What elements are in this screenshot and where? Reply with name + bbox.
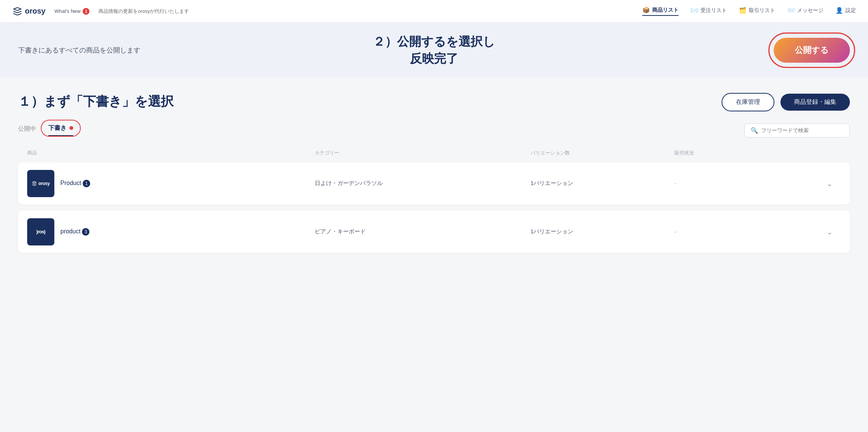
banner-line2: 反映完了 bbox=[410, 52, 458, 65]
product-status-2: - bbox=[674, 228, 818, 235]
thumbnail-logo-2: )ros) bbox=[36, 229, 45, 235]
nav-label-messages: メッセージ bbox=[797, 7, 823, 14]
page-title: １）まず「下書き」を選択 bbox=[18, 93, 174, 110]
main-header: orosy What's New 1 商品情報の更新をorosyが代行いたします… bbox=[0, 0, 868, 23]
logo[interactable]: orosy bbox=[12, 6, 45, 17]
header-subtitle: 商品情報の更新をorosyが代行いたします bbox=[98, 8, 189, 15]
table-row: orosy Product1 日よけ・ガーデンパラソル 1バリエーション - ⌄ bbox=[18, 162, 850, 205]
mail-icon: ✉️ bbox=[691, 7, 698, 14]
nav-item-transactions[interactable]: 🗂️ 取引リスト bbox=[739, 7, 775, 15]
banner-description: 下書きにあるすべての商品を公開します bbox=[18, 46, 140, 54]
nav-item-orders[interactable]: ✉️ 受注リスト bbox=[691, 7, 727, 15]
register-button[interactable]: 商品登録・編集 bbox=[780, 94, 850, 111]
tab-draft[interactable]: 下書き bbox=[48, 124, 73, 136]
product-name-2: product3 bbox=[60, 228, 89, 236]
banner-right: 公開する bbox=[583, 38, 850, 63]
product-info-1: orosy Product1 bbox=[27, 170, 315, 197]
nav-label-transactions: 取引リスト bbox=[749, 7, 775, 14]
nav-label-orders: 受注リスト bbox=[700, 7, 727, 14]
banner-line1: ２）公開するを選択し bbox=[373, 35, 495, 48]
action-buttons: 在庫管理 商品登録・編集 bbox=[722, 93, 850, 111]
logo-icon bbox=[12, 6, 23, 17]
col-header-status: 販売状況 bbox=[674, 150, 818, 156]
tab-draft-circle-wrapper: 下書き bbox=[48, 124, 73, 132]
product-info-2: )ros) product3 bbox=[27, 218, 315, 245]
chevron-down-icon-1[interactable]: ⌄ bbox=[818, 179, 841, 188]
tabs-left: 公開中 下書き bbox=[18, 124, 73, 136]
person-icon: 👤 bbox=[836, 7, 843, 14]
tab-draft-label: 下書き bbox=[48, 125, 66, 131]
product-thumbnail-1: orosy bbox=[27, 170, 54, 197]
main-nav: 📦 商品リスト ✉️ 受注リスト 🗂️ 取引リスト 📨 メッセージ 👤 設定 bbox=[642, 6, 856, 16]
tab-draft-dot bbox=[69, 126, 73, 130]
nav-item-products[interactable]: 📦 商品リスト bbox=[642, 6, 679, 16]
nav-item-messages[interactable]: 📨 メッセージ bbox=[787, 7, 823, 15]
main-content: １）まず「下書き」を選択 在庫管理 商品登録・編集 公開中 下書き 🔍 bbox=[0, 78, 868, 432]
product-category-2: ピアノ・キーボード bbox=[315, 228, 531, 235]
table-row: )ros) product3 ピアノ・キーボード 1バリエーション - ⌄ bbox=[18, 211, 850, 253]
col-header-variations: バリエーション数 bbox=[531, 150, 674, 156]
product-status-1: - bbox=[674, 180, 818, 187]
banner-center-text: ２）公開するを選択し 反映完了 bbox=[300, 33, 568, 67]
nav-item-settings[interactable]: 👤 設定 bbox=[836, 7, 856, 15]
whats-new-label: What's New bbox=[54, 8, 80, 14]
col-header-expand bbox=[818, 150, 841, 156]
header-left: orosy What's New 1 商品情報の更新をorosyが代行いたします bbox=[12, 6, 642, 17]
banner-left-text: 下書きにあるすべての商品を公開します bbox=[18, 46, 285, 55]
inventory-button[interactable]: 在庫管理 bbox=[722, 93, 774, 111]
product-thumbnail-2: )ros) bbox=[27, 218, 54, 245]
product-variations-2: 1バリエーション bbox=[531, 228, 674, 235]
product-badge-2: 3 bbox=[82, 228, 89, 236]
product-badge-1: 1 bbox=[83, 180, 90, 187]
nav-label-products: 商品リスト bbox=[652, 7, 679, 14]
thumbnail-logo-1: orosy bbox=[32, 181, 49, 186]
publish-button-wrapper: 公開する bbox=[774, 38, 850, 63]
product-category-1: 日よけ・ガーデンパラソル bbox=[315, 180, 531, 187]
product-name-1: Product1 bbox=[60, 180, 90, 187]
table-headers: 商品 カテゴリー バリエーション数 販売状況 bbox=[18, 147, 850, 159]
tabs-row: 公開中 下書き 🔍 bbox=[18, 123, 850, 137]
list-icon: 🗂️ bbox=[739, 7, 746, 14]
envelope-icon: 📨 bbox=[787, 7, 795, 14]
col-header-product: 商品 bbox=[27, 150, 315, 156]
whats-new-badge: 1 bbox=[83, 8, 89, 15]
search-input[interactable] bbox=[761, 127, 843, 133]
chevron-down-icon-2[interactable]: ⌄ bbox=[818, 227, 841, 236]
search-box[interactable]: 🔍 bbox=[744, 123, 850, 137]
box-icon: 📦 bbox=[642, 6, 650, 14]
product-variations-1: 1バリエーション bbox=[531, 180, 674, 187]
search-icon: 🔍 bbox=[751, 127, 758, 134]
whats-new-button[interactable]: What's New 1 bbox=[54, 8, 89, 15]
tab-published-label: 公開中 bbox=[18, 125, 36, 132]
page-header: １）まず「下書き」を選択 在庫管理 商品登録・編集 bbox=[18, 93, 850, 111]
banner: 下書きにあるすべての商品を公開します ２）公開するを選択し 反映完了 公開する bbox=[0, 23, 868, 78]
tab-published[interactable]: 公開中 bbox=[18, 125, 36, 136]
nav-label-settings: 設定 bbox=[845, 7, 856, 14]
publish-button[interactable]: 公開する bbox=[774, 38, 850, 63]
logo-text: orosy bbox=[25, 7, 45, 15]
col-header-category: カテゴリー bbox=[315, 150, 531, 156]
